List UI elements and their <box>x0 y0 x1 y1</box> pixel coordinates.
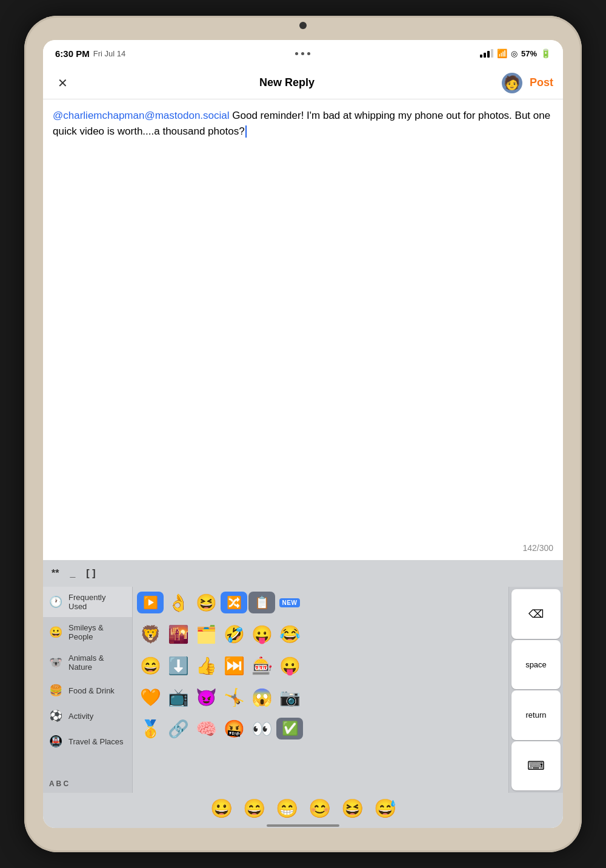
emoji-check[interactable]: ✅ <box>276 715 304 742</box>
emoji-rofl[interactable]: 🤣 <box>220 621 248 647</box>
emoji-lion[interactable]: 🦁 <box>136 621 164 647</box>
status-time: 6:30 PM <box>55 48 90 59</box>
text-cursor <box>245 125 247 138</box>
emoji-row-4: 🧡 📺 😈 🤸 😱 📷 <box>133 681 508 713</box>
bottom-emoji-2[interactable]: 😄 <box>238 795 270 821</box>
emoji-play[interactable]: ▶️ <box>136 589 164 616</box>
emoji-devil[interactable]: 😈 <box>192 684 220 710</box>
status-bar: 6:30 PM Fri Jul 14 📶 ◎ 57% 🔋 <box>43 40 563 67</box>
animal-icon: 🐨 <box>49 656 62 669</box>
emoji-row-1: ▶️ 👌 😆 🔀 📋 NEW <box>133 587 508 618</box>
emoji-heart[interactable]: 🧡 <box>136 684 164 710</box>
dot3 <box>307 52 310 55</box>
emoji-ok[interactable]: 👌 <box>164 589 192 616</box>
keyboard-key[interactable]: ⌨ <box>511 741 561 791</box>
battery-level: 57% <box>521 49 537 58</box>
return-key[interactable]: return <box>511 690 561 740</box>
emoji-grinning[interactable]: 😄 <box>136 652 164 679</box>
emoji-keyboard: 🕐 Frequently Used 😀 Smileys & People 🐨 A… <box>43 587 563 793</box>
location-icon: ◎ <box>511 49 518 58</box>
header-title: New Reply <box>259 76 315 89</box>
bottom-emoji-4[interactable]: 😊 <box>304 795 335 821</box>
compose-text: @charliemchapman@mastodon.social Good re… <box>53 108 553 139</box>
compose-area[interactable]: @charliemchapman@mastodon.social Good re… <box>43 99 563 560</box>
emoji-cartwheels[interactable]: 🤸 <box>220 684 248 710</box>
bracket-button[interactable]: [ ] <box>86 568 95 579</box>
abc-label: A B C <box>43 754 132 793</box>
space-key[interactable]: space <box>511 640 561 690</box>
bar2 <box>484 53 486 58</box>
emoji-grid: ▶️ 👌 😆 🔀 📋 NEW 🦁 <box>133 587 508 793</box>
category-label-travel: Travel & Places <box>68 737 124 746</box>
emoji-laugh[interactable]: 😂 <box>276 621 304 647</box>
emoji-folder[interactable]: 🗂️ <box>192 621 220 647</box>
category-label-smileys: Smileys & People <box>68 623 126 641</box>
home-indicator <box>43 823 563 828</box>
emoji-clipboard[interactable]: 📋 <box>248 589 276 616</box>
emoji-tongue[interactable]: 😛 <box>276 652 304 679</box>
emoji-down[interactable]: ⬇️ <box>164 652 192 679</box>
status-right: 📶 ◎ 57% 🔋 <box>480 48 551 58</box>
emoji-angry[interactable]: 🤬 <box>220 715 248 742</box>
emoji-new[interactable]: NEW <box>276 589 304 616</box>
bottom-emoji-6[interactable]: 😅 <box>369 795 401 821</box>
char-count: 142/300 <box>522 543 553 553</box>
delete-key[interactable]: ⌫ <box>511 589 561 639</box>
category-label-activity: Activity <box>68 712 93 721</box>
emoji-row-5: 🥇 🔗 🧠 🤬 👀 ✅ <box>133 713 508 744</box>
emoji-wink[interactable]: 😛 <box>248 621 276 647</box>
emoji-bottom-bar: 😀 😄 😁 😊 😆 😅 <box>43 793 563 823</box>
shuffle-tile: 🔀 <box>221 592 247 613</box>
category-travel-places[interactable]: 🚇 Travel & Places <box>43 729 132 754</box>
app-header: ✕ New Reply 🧑 Post <box>43 67 563 99</box>
clock-icon: 🕐 <box>49 595 62 609</box>
emoji-nexttrack[interactable]: ⏭️ <box>220 652 248 679</box>
emoji-brain[interactable]: 🧠 <box>192 715 220 742</box>
bottom-emoji-3[interactable]: 😁 <box>271 795 302 821</box>
emoji-thumbsup[interactable]: 👍 <box>192 652 220 679</box>
emoji-row-2: 🦁 🌇 🗂️ 🤣 😛 😂 <box>133 618 508 650</box>
battery-icon: 🔋 <box>541 48 551 58</box>
emoji-shuffle[interactable]: 🔀 <box>220 589 248 616</box>
emoji-medal[interactable]: 🥇 <box>136 715 164 742</box>
bottom-emoji-1[interactable]: 😀 <box>205 795 237 821</box>
mention: @charliemchapman@mastodon.social <box>53 110 230 121</box>
emoji-slot[interactable]: 🎰 <box>248 652 276 679</box>
device-frame: 6:30 PM Fri Jul 14 📶 ◎ 57% 🔋 <box>24 16 582 852</box>
bold-button[interactable]: ** <box>52 568 59 579</box>
emoji-link[interactable]: 🔗 <box>164 715 192 742</box>
bottom-emoji-5[interactable]: 😆 <box>336 795 368 821</box>
category-frequently-used[interactable]: 🕐 Frequently Used <box>43 587 132 617</box>
avatar: 🧑 <box>502 73 522 93</box>
category-label-animals: Animals & Nature <box>68 653 126 672</box>
category-activity[interactable]: ⚽ Activity <box>43 703 132 729</box>
emoji-cityscape[interactable]: 🌇 <box>164 621 192 647</box>
activity-icon: ⚽ <box>49 709 62 723</box>
avatar-image: 🧑 <box>504 75 520 91</box>
status-date: Fri Jul 14 <box>93 49 125 58</box>
emoji-tv[interactable]: 📺 <box>164 684 192 710</box>
emoji-scream[interactable]: 😱 <box>248 684 276 710</box>
category-food-drink[interactable]: 🍔 Food & Drink <box>43 678 132 703</box>
emoji-row-3: 😄 ⬇️ 👍 ⏭️ 🎰 😛 <box>133 650 508 681</box>
wifi-icon: 📶 <box>497 48 507 58</box>
emoji-eyes[interactable]: 👀 <box>248 715 276 742</box>
underline-button[interactable]: _ <box>70 568 75 579</box>
clipboard-tile: 📋 <box>248 592 275 613</box>
camera <box>299 22 307 29</box>
check-tile: ✅ <box>276 718 303 739</box>
smiley-icon: 😀 <box>49 626 62 639</box>
category-animals-nature[interactable]: 🐨 Animals & Nature <box>43 647 132 678</box>
dot2 <box>301 52 304 55</box>
emoji-categories: 🕐 Frequently Used 😀 Smileys & People 🐨 A… <box>43 587 133 793</box>
home-bar <box>267 824 339 827</box>
emoji-grin[interactable]: 😆 <box>192 589 220 616</box>
close-button[interactable]: ✕ <box>53 73 72 93</box>
category-smileys-people[interactable]: 😀 Smileys & People <box>43 617 132 647</box>
status-center <box>295 52 310 55</box>
keyboard-right: ⌫ space return ⌨ <box>508 587 563 793</box>
device-screen: 6:30 PM Fri Jul 14 📶 ◎ 57% 🔋 <box>43 40 563 828</box>
post-button[interactable]: Post <box>530 76 553 89</box>
emoji-camera[interactable]: 📷 <box>276 684 304 710</box>
bar4 <box>491 49 493 58</box>
